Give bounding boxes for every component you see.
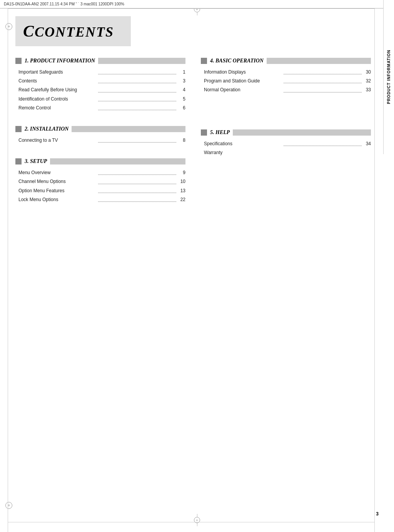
toc-item: Contents 3 [15,77,185,86]
content-columns: 1. PRODUCT INFORMATION Important Safegua… [15,58,371,218]
section-4-title: 4. BASIC OPERATION [210,58,264,64]
section-4: 4. BASIC OPERATION Information Displays … [201,58,371,95]
reg-mark-bottom-center: + [194,514,200,526]
toc-item: Menu Overview 9 [15,168,185,177]
toc-item: Normal Operation 33 [201,86,371,94]
section-2-color-box [15,126,22,132]
section-4-color-box [201,58,207,64]
toc-item: Remote Control 6 [15,104,185,112]
section-4-bar [267,58,371,64]
toc-item: Connecting to a TV 8 [15,136,185,145]
section-3-color-box [15,158,22,164]
section-1: 1. PRODUCT INFORMATION Important Safegua… [15,58,185,112]
border-left [8,0,8,532]
section-5: 5. HELP Specifications 34 Warranty [201,129,371,157]
section-5-title: 5. HELP [210,129,230,136]
toc-item: Important Safeguards 1 [15,68,185,77]
toc-item: Information Displays 30 [201,68,371,77]
section-4-header: 4. BASIC OPERATION [201,58,371,64]
section-3-title: 3. SETUP [25,158,47,164]
toc-item: Specifications 34 [201,139,371,148]
border-bottom [8,522,375,522]
page-title: CCONTENTS [23,22,123,40]
section-1-bar [98,58,185,64]
section-5-bar [233,129,371,136]
right-column: 4. BASIC OPERATION Information Displays … [201,58,371,218]
section-3-header: 3. SETUP [15,158,185,164]
toc-item: Option Menu Features 13 [15,186,185,195]
toc-item: Program and Station Guide 32 [201,77,371,86]
page-number: 3 [376,511,379,517]
header-bar: DA1S-0N1DAA-AN2 2007.11.15 4:34 PM ˘ ˙ 3… [0,0,394,8]
section-2-title: 2. INSTALLATION [25,126,68,132]
page-title-section: CCONTENTS [15,16,131,46]
section-3: 3. SETUP Menu Overview 9 Channel Menu Op… [15,158,185,204]
section-5-color-box [201,129,207,136]
left-column: 1. PRODUCT INFORMATION Important Safegua… [15,58,185,218]
header-text: DA1S-0N1DAA-AN2 2007.11.15 4:34 PM ˘ ˙ 3… [4,2,124,6]
toc-item: Read Carefully Before Using 4 [15,86,185,94]
section-2: 2. INSTALLATION Connecting to a TV 8 [15,126,185,145]
toc-item: Channel Menu Options 10 [15,177,185,186]
toc-item: Lock Menu Options 22 [15,195,185,204]
toc-item: Identification of Controls 5 [15,95,185,104]
section-5-header: 5. HELP [201,129,371,136]
sidebar-label: PRODUCT INFORMATION [387,50,391,104]
section-1-title: 1. PRODUCT INFORMATION [25,58,95,64]
main-content: CCONTENTS 1. PRODUCT INFORMATION Importa… [12,8,375,225]
section-1-header: 1. PRODUCT INFORMATION [15,58,185,64]
section-1-color-box [15,58,22,64]
section-2-header: 2. INSTALLATION [15,126,185,132]
reg-mark-bottom-left [5,502,12,509]
section-2-bar [72,126,185,132]
toc-item: Warranty [201,148,371,157]
right-sidebar: PRODUCT INFORMATION [383,0,394,154]
section-3-bar [50,158,185,164]
